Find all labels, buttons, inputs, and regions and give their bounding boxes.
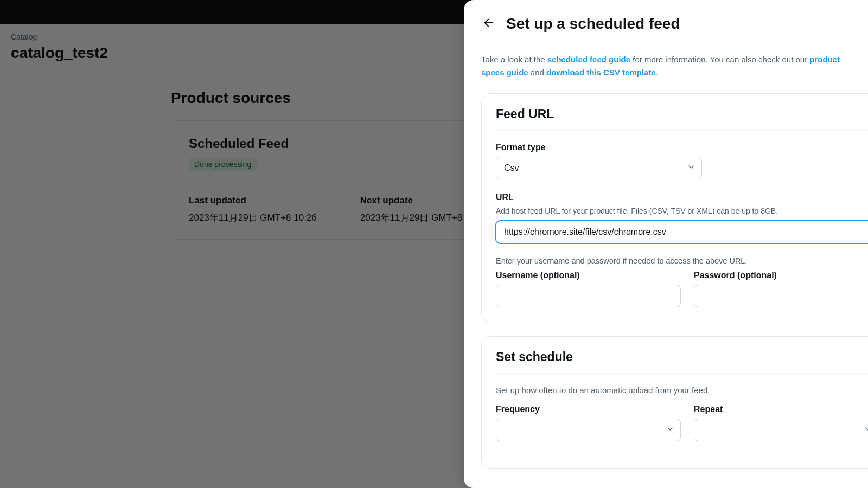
schedule-note: Set up how often to do an automatic uplo… xyxy=(496,386,868,395)
drawer-intro: Take a look at the scheduled feed guide … xyxy=(464,37,868,79)
setup-feed-drawer: Set up a scheduled feed Take a look at t… xyxy=(464,0,868,488)
arrow-left-icon xyxy=(483,17,495,31)
intro-text: Take a look at the xyxy=(481,55,547,64)
download-csv-template-link[interactable]: download this CSV template xyxy=(546,68,656,77)
intro-text-tail: and xyxy=(528,68,546,77)
repeat-label: Repeat xyxy=(694,404,868,414)
format-type-select[interactable] xyxy=(496,157,702,179)
repeat-select[interactable] xyxy=(694,419,868,441)
url-label: URL xyxy=(496,192,868,202)
frequency-label: Frequency xyxy=(496,404,681,414)
password-input[interactable] xyxy=(694,285,868,307)
frequency-select[interactable] xyxy=(496,419,681,441)
set-schedule-title: Set schedule xyxy=(496,350,868,364)
drawer-title: Set up a scheduled feed xyxy=(506,15,680,33)
feed-url-card: Feed URL Format type URL Add host feed U… xyxy=(481,93,868,322)
password-label: Password (optional) xyxy=(694,271,868,280)
set-schedule-card: Set schedule Set up how often to do an a… xyxy=(481,336,868,469)
back-button[interactable] xyxy=(481,16,496,31)
scheduled-feed-guide-link[interactable]: scheduled feed guide xyxy=(547,55,630,64)
format-type-label: Format type xyxy=(496,143,868,152)
username-input[interactable] xyxy=(496,285,681,307)
username-label: Username (optional) xyxy=(496,271,681,280)
url-help: Add host feed URL for your product file.… xyxy=(496,207,868,215)
period: . xyxy=(656,68,658,77)
intro-text-mid: for more information. You can also check… xyxy=(630,55,809,64)
feed-url-input[interactable] xyxy=(496,221,868,243)
feed-url-title: Feed URL xyxy=(496,107,868,121)
credentials-note: Enter your username and password if need… xyxy=(496,256,868,265)
